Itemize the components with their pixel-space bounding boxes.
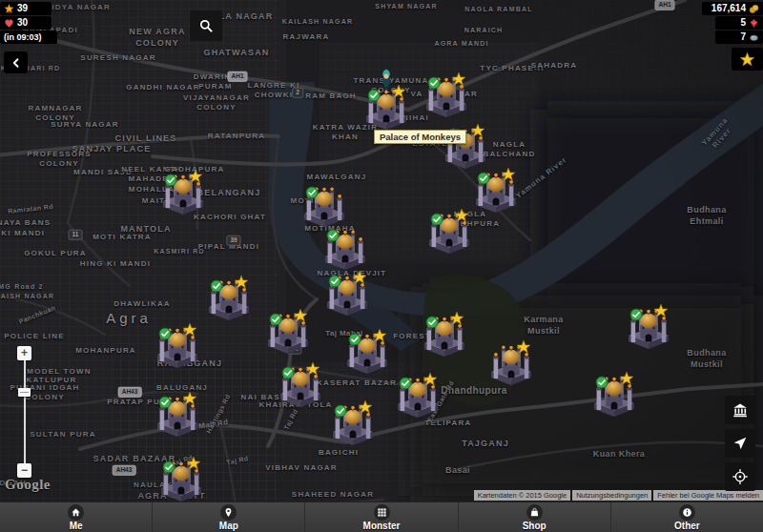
- search-button[interactable]: [190, 10, 222, 41]
- check-badge-icon: [399, 377, 412, 390]
- player-avatar: [380, 69, 393, 90]
- castle-marker[interactable]: [161, 166, 205, 217]
- star-badge-icon: [234, 275, 249, 290]
- compass-button[interactable]: [725, 429, 755, 458]
- nav-tab-monster[interactable]: Monster: [304, 502, 457, 532]
- red-gems-indicator: 5: [715, 16, 763, 30]
- crosshair-icon: [732, 468, 749, 485]
- zoom-slider-track: [24, 360, 26, 463]
- star-badge-icon: [372, 328, 387, 343]
- castle-marker[interactable]: [155, 319, 199, 371]
- red-gem-icon: [749, 18, 759, 29]
- game-map[interactable]: VIDYA NAGARKAMLA NAGARKAILASH NAGARSHYAM…: [0, 0, 763, 532]
- coins-indicator: 167,614: [702, 2, 763, 15]
- check-badge-icon: [326, 229, 340, 242]
- hearts-indicator: 30: [0, 16, 52, 30]
- landmark-button[interactable]: [725, 396, 755, 424]
- red-gems-value: 5: [740, 18, 746, 28]
- check-badge-icon: [595, 376, 608, 389]
- castle-marker[interactable]: [396, 369, 440, 420]
- zoom-slider-handle[interactable]: [18, 388, 31, 397]
- check-badge-icon: [269, 313, 282, 326]
- star-badge-icon: [653, 303, 669, 318]
- palace-tooltip: Palace of Monkeys: [374, 130, 466, 144]
- heart-icon: [4, 18, 14, 29]
- star-badge-icon: [188, 169, 203, 184]
- timer-value: (in 09:03): [4, 33, 42, 42]
- my-location-button[interactable]: [725, 462, 755, 491]
- map-attribution: Kartendaten © 2015 Google Nutzungsbeding…: [474, 490, 763, 501]
- star-badge-icon: [305, 361, 320, 377]
- attribution-copyright: Kartendaten © 2015 Google: [474, 490, 571, 501]
- castle-marker[interactable]: [627, 300, 670, 352]
- castle-marker[interactable]: [155, 388, 199, 440]
- attribution-report-link[interactable]: Fehler bei Google Maps melden: [653, 490, 763, 501]
- castle-marker[interactable]: [592, 368, 636, 419]
- castle-marker[interactable]: [424, 69, 468, 120]
- castle-marker[interactable]: [159, 453, 203, 504]
- level-value: 39: [17, 4, 28, 13]
- castle-marker[interactable]: [331, 397, 375, 448]
- check-badge-icon: [210, 279, 223, 293]
- castle-marker[interactable]: [423, 308, 466, 359]
- castle-marker[interactable]: [427, 205, 471, 256]
- check-badge-icon: [348, 333, 361, 346]
- coins-icon: [749, 4, 759, 14]
- castle-marker[interactable]: [266, 305, 310, 357]
- star-badge-icon: [182, 322, 197, 338]
- chevron-left-icon: [10, 57, 22, 69]
- attribution-terms-link[interactable]: Nutzungsbedingungen: [572, 490, 651, 501]
- star-badge-icon: [423, 372, 438, 387]
- check-badge-icon: [328, 275, 341, 288]
- check-badge-icon: [158, 396, 172, 409]
- castle-marker[interactable]: [323, 221, 367, 273]
- nav-tab-me[interactable]: Me: [0, 502, 152, 532]
- castle-marker[interactable]: [489, 337, 533, 388]
- star-badge-icon: [451, 72, 466, 87]
- check-badge-icon: [629, 308, 643, 321]
- nav-tab-label: Shop: [523, 522, 546, 531]
- castle-marker[interactable]: [278, 358, 322, 410]
- castle-marker[interactable]: [345, 325, 389, 377]
- game-screen: VIDYA NAGARKAMLA NAGARKAILASH NAGARSHYAM…: [0, 0, 763, 532]
- check-badge-icon: [162, 460, 175, 474]
- star-icon: [739, 51, 755, 68]
- bag-icon: [526, 504, 543, 521]
- nav-tab-map[interactable]: Map: [152, 502, 304, 532]
- coins-value: 167,614: [711, 4, 746, 13]
- star-badge-icon: [391, 84, 406, 99]
- gray-gem-icon: [749, 32, 759, 43]
- nav-tab-other[interactable]: Other: [610, 502, 763, 532]
- refill-timer: (in 09:03): [0, 31, 57, 44]
- nav-tab-label: Other: [674, 522, 700, 531]
- gray-gems-value: 7: [740, 32, 746, 42]
- check-badge-icon: [281, 366, 295, 379]
- star-badge-icon: [182, 391, 197, 406]
- star-badge-icon: [358, 399, 373, 415]
- star-badge-icon: [619, 371, 634, 386]
- favorites-button[interactable]: [732, 48, 763, 71]
- star-badge-icon: [293, 308, 308, 323]
- check-badge-icon: [334, 404, 347, 418]
- zoom-out-button[interactable]: −: [17, 463, 31, 478]
- check-badge-icon: [164, 174, 177, 187]
- level-indicator: 39: [0, 2, 52, 15]
- back-button[interactable]: [4, 51, 28, 73]
- navigate-icon: [732, 435, 749, 452]
- zoom-in-button[interactable]: +: [17, 346, 31, 360]
- hearts-value: 30: [17, 18, 28, 28]
- medal-star-icon: [4, 4, 14, 14]
- google-logo[interactable]: Google: [5, 477, 51, 493]
- castle-marker[interactable]: [325, 267, 369, 318]
- castle-marker[interactable]: [207, 272, 251, 323]
- home-icon: [68, 504, 84, 521]
- nav-tab-shop[interactable]: Shop: [458, 502, 610, 532]
- star-badge-icon: [352, 270, 367, 285]
- grid-icon: [374, 504, 390, 521]
- check-badge-icon: [305, 186, 319, 199]
- nav-tab-label: Me: [70, 522, 83, 531]
- star-badge-icon: [454, 208, 469, 223]
- museum-icon: [732, 401, 749, 419]
- check-badge-icon: [430, 213, 443, 226]
- castle-marker[interactable]: [474, 164, 518, 215]
